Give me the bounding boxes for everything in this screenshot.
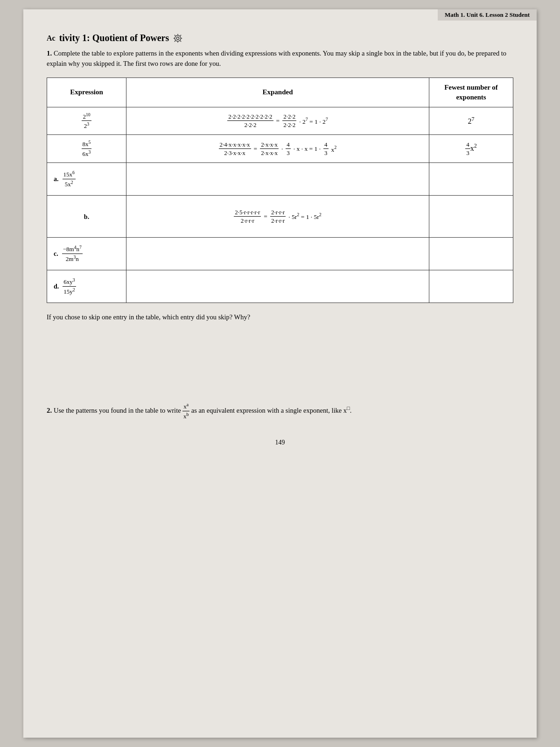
skip-question: If you chose to skip one entry in the ta… <box>47 312 513 323</box>
fewest-cell: 27 <box>429 107 513 135</box>
expression-cell-a: a. 15x6 5x2 <box>47 163 126 196</box>
expression-cell-d: d. 6xy3 15y2 <box>47 270 126 303</box>
fewest-cell-d <box>429 270 513 303</box>
table-row: d. 6xy3 15y2 <box>47 270 513 303</box>
expanded-cell-b: 2·5·r·r·r·r·r2·r·r·r = 2·r·r·r2·r·r·r · … <box>126 196 429 238</box>
problem-intro: 1. Complete the table to explore pattern… <box>47 48 513 69</box>
table-header-row: Expression Expanded Fewest number ofexpo… <box>47 78 513 107</box>
svg-point-0 <box>176 37 179 40</box>
main-table: Expression Expanded Fewest number ofexpo… <box>47 78 513 303</box>
expression-cell-c: c. −8m4n7 2m3n <box>47 238 126 270</box>
expanded-cell-a <box>126 163 429 196</box>
row-label-a: a. <box>54 176 59 183</box>
expanded-cell: 2·4·x·x·x·x·x2·3·x·x·x = 2·x·x·x2·x·x·x … <box>126 135 429 163</box>
fewest-cell-a <box>429 163 513 196</box>
problem2: 2. Use the patterns you found in the tab… <box>47 402 513 420</box>
header-text: Math 1. Unit 6. Lesson 2 Student <box>445 11 530 18</box>
skip-answer-space <box>47 337 513 393</box>
math-line: 2·5·r·r·r·r·r2·r·r·r = 2·r·r·r2·r·r·r · … <box>133 209 422 225</box>
fraction: 8x5 6x3 <box>82 140 92 158</box>
math-line: 2·2·2·2·2·2·2·2·2·22·2·2 = 2·2·22·2·2 · … <box>133 113 422 129</box>
svg-point-1 <box>175 35 181 41</box>
row-label-b: b. <box>84 213 89 220</box>
header-bar: Math 1. Unit 6. Lesson 2 Student <box>438 9 537 21</box>
page: Math 1. Unit 6. Lesson 2 Student Activit… <box>23 9 537 738</box>
expression-cell-b: b. <box>47 196 126 238</box>
table-row: 8x5 6x3 2·4·x·x·x·x·x2·3·x·x·x = 2·x·x·x… <box>47 135 513 163</box>
expression-cell: 8x5 6x3 <box>47 135 126 163</box>
expanded-cell: 2·2·2·2·2·2·2·2·2·22·2·2 = 2·2·22·2·2 · … <box>126 107 429 135</box>
table-row: b. 2·5·r·r·r·r·r2·r·r·r = 2·r·r·r2·r·r·r… <box>47 196 513 238</box>
fewest-cell: 4 3 x2 <box>429 135 513 163</box>
gear-icon <box>173 33 183 43</box>
activity-title-text: tivity 1: Quotient of Powers <box>59 33 169 43</box>
table-row: 210 23 2·2·2·2·2·2·2·2·2·22·2·2 = 2·2·22… <box>47 107 513 135</box>
table-row: a. 15x6 5x2 <box>47 163 513 196</box>
expanded-cell-d <box>126 270 429 303</box>
math-line: 2·4·x·x·x·x·x2·3·x·x·x = 2·x·x·x2·x·x·x … <box>133 141 422 157</box>
intro-text: Complete the table to explore patterns i… <box>47 49 506 67</box>
row-label-c: c. <box>54 250 58 258</box>
fewest-cell-b <box>429 196 513 238</box>
fewest-cell-c <box>429 238 513 270</box>
table-row: c. −8m4n7 2m3n <box>47 238 513 270</box>
activity-number: Ac <box>47 34 56 42</box>
activity-title: Activity 1: Quotient of Powers <box>47 33 513 43</box>
expression-cell: 210 23 <box>47 107 126 135</box>
row-label-d: d. <box>54 283 59 290</box>
fraction: 210 23 <box>82 112 91 130</box>
fraction-xa-xb: xa xb <box>182 402 189 420</box>
col-expanded-header: Expanded <box>126 78 429 107</box>
col-expression-header: Expression <box>47 78 126 107</box>
col-fewest-header: Fewest number ofexponents <box>429 78 513 107</box>
expanded-cell-c <box>126 238 429 270</box>
page-number: 149 <box>47 439 513 446</box>
fraction: 4 3 <box>465 141 470 157</box>
